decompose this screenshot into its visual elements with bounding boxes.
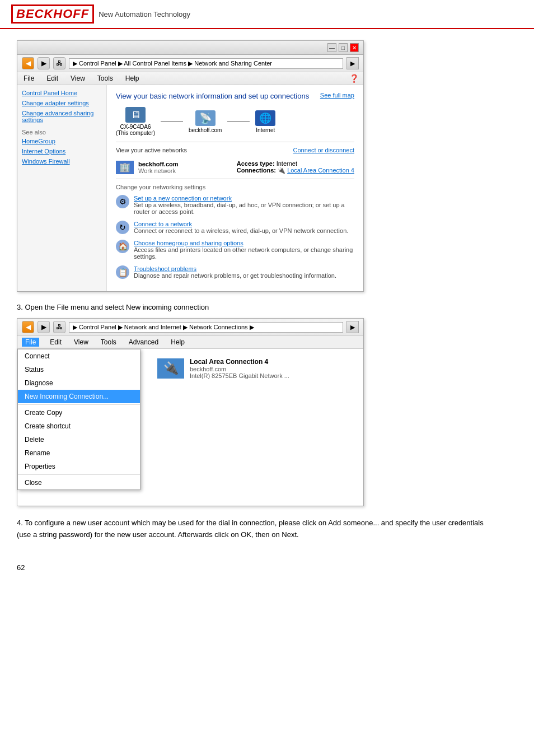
refresh-btn[interactable]: ▶ <box>346 57 359 69</box>
dropdown-new-incoming[interactable]: New Incoming Connection... <box>18 390 140 403</box>
network-connections-window: ◀ ▶ 🖧 ▶ Control Panel ▶ Network and Inte… <box>17 318 364 506</box>
net-line-2 <box>227 121 250 122</box>
divider1 <box>116 142 354 142</box>
maximize-btn[interactable]: □ <box>339 43 348 52</box>
menu-view[interactable]: View <box>69 74 87 83</box>
net-line-1 <box>161 121 183 122</box>
back-btn2[interactable]: ◀ <box>22 321 34 333</box>
dropdown-status[interactable]: Status <box>18 363 140 376</box>
access-type: Access type: Internet <box>237 160 354 167</box>
addressbar: ◀ ▶ 🖧 ▶ Control Panel ▶ All Control Pane… <box>17 55 363 72</box>
setting-icon-3: 📋 <box>116 265 129 279</box>
address-path2[interactable]: ▶ Control Panel ▶ Network and Internet ▶… <box>69 322 343 333</box>
sidebar-homegroup[interactable]: HomeGroup <box>22 138 102 144</box>
back-btn[interactable]: ◀ <box>22 57 34 69</box>
network-type: Work network <box>138 167 179 174</box>
logo-beckhoff: BECKHOFF <box>11 4 94 24</box>
network-icon: 🖧 <box>53 57 65 69</box>
network-icon2: 🖧 <box>53 321 65 333</box>
see-also-label: See also <box>22 129 102 136</box>
network-top-row: View your basic network information and … <box>116 92 354 107</box>
internet-icon: 🌐 <box>255 110 275 126</box>
active-net-icon: 🏢 <box>116 161 134 174</box>
forward-btn[interactable]: ▶ <box>38 57 50 69</box>
sidebar-internet-options[interactable]: Internet Options <box>22 148 102 155</box>
setting-row-3: 📋 Troubleshoot problems Diagnose and rep… <box>116 265 354 279</box>
dropdown-close[interactable]: Close <box>18 476 140 489</box>
setting-row-0: ⚙ Set up a new connection or network Set… <box>116 195 354 215</box>
sidebar-change-advanced-sharing[interactable]: Change advanced sharing settings <box>22 110 102 123</box>
setting-desc-1: Connect or reconnect to a wireless, wire… <box>134 227 348 234</box>
conn-sub2: Intel(R) 82575EB Gigabit Network ... <box>190 372 289 379</box>
sidebar-control-panel-home[interactable]: Control Panel Home <box>22 90 102 96</box>
setting-title-3[interactable]: Troubleshoot problems <box>134 265 336 272</box>
dropdown-create-copy[interactable]: Create Copy <box>18 406 140 419</box>
beckhoff-logo: BECKHOFF New Automation Technology <box>11 4 190 24</box>
close-btn[interactable]: ✕ <box>350 43 359 52</box>
window1-sidebar: Control Panel Home Change adapter settin… <box>17 85 107 291</box>
connection-link[interactable]: Local Area Connection 4 <box>287 167 354 174</box>
computer-icon-group: 🖥 CX-9C4DA6 (This computer) <box>116 107 155 136</box>
setting-title-2[interactable]: Choose homegroup and sharing options <box>134 240 354 246</box>
setting-desc-2: Access files and printers located on oth… <box>134 246 354 260</box>
network-sharing-window: — □ ✕ ◀ ▶ 🖧 ▶ Control Panel ▶ All Contro… <box>17 40 364 292</box>
setting-icon-0: ⚙ <box>116 195 129 208</box>
setting-text-3: Troubleshoot problems Diagnose and repai… <box>134 265 336 279</box>
dropdown-connect[interactable]: Connect <box>18 349 140 363</box>
router-icon-group: 📡 beckhoff.com <box>189 110 222 133</box>
minimize-btn[interactable]: — <box>327 43 336 52</box>
internet-label: Internet <box>255 127 275 133</box>
dropdown-properties[interactable]: Properties <box>18 460 140 473</box>
menu-tools2[interactable]: Tools <box>99 338 118 347</box>
dropdown-rename[interactable]: Rename <box>18 446 140 460</box>
divider2 <box>116 179 354 179</box>
router-icon: 📡 <box>195 110 216 126</box>
connection-icon: 🔌 <box>157 358 184 379</box>
dropdown-sep1 <box>18 404 140 405</box>
titlebar: — □ ✕ <box>17 41 363 55</box>
change-settings-label: Change your networking settings <box>116 184 354 190</box>
menu-tools[interactable]: Tools <box>96 74 115 83</box>
menu-file[interactable]: File <box>22 74 36 83</box>
active-net-info: beckhoff.com Work network <box>138 161 179 174</box>
menu-help[interactable]: Help <box>124 74 141 83</box>
menu-edit2[interactable]: Edit <box>48 338 63 347</box>
page-number: 62 <box>17 558 517 577</box>
page-header: BECKHOFF New Automation Technology <box>0 0 534 29</box>
dropdown-sep2 <box>18 474 140 475</box>
dropdown-diagnose[interactable]: Diagnose <box>18 376 140 390</box>
dropdown-create-shortcut[interactable]: Create shortcut <box>18 419 140 433</box>
help-icon[interactable]: ❓ <box>349 74 359 83</box>
access-info: Access type: Internet Connections: 🔌 Loc… <box>237 160 354 174</box>
menu-advanced2[interactable]: Advanced <box>127 338 160 347</box>
setting-desc-0: Set up a wireless, broadband, dial-up, a… <box>134 202 354 215</box>
see-full-map-link[interactable]: See full map <box>320 92 354 99</box>
connect-disconnect-link[interactable]: Connect or disconnect <box>293 147 354 153</box>
sidebar-change-adapter[interactable]: Change adapter settings <box>22 100 102 106</box>
computer-sub: (This computer) <box>116 130 155 136</box>
setting-row-1: ↻ Connect to a network Connect or reconn… <box>116 221 354 234</box>
internet-icon-group: 🌐 Internet <box>255 110 275 133</box>
setting-title-1[interactable]: Connect to a network <box>134 221 348 227</box>
menu-view2[interactable]: View <box>72 338 90 347</box>
setting-desc-3: Diagnose and repair network problems, or… <box>134 272 336 279</box>
address-path[interactable]: ▶ Control Panel ▶ All Control Panel Item… <box>69 58 343 69</box>
setting-title-0[interactable]: Set up a new connection or network <box>134 195 354 202</box>
active-networks-header: View your active networks Connect or dis… <box>116 147 354 157</box>
step3-instruction: 3. Open the File menu and select New inc… <box>17 303 517 311</box>
menu-edit[interactable]: Edit <box>45 74 60 83</box>
main-heading: View your basic network information and … <box>116 92 309 100</box>
computer-icon: 🖥 <box>125 107 146 123</box>
refresh-btn2[interactable]: ▶ <box>346 321 359 333</box>
dropdown-delete[interactable]: Delete <box>18 433 140 446</box>
window1-menubar: File Edit View Tools Help ❓ <box>17 72 363 85</box>
forward-btn2[interactable]: ▶ <box>38 321 50 333</box>
sidebar-windows-firewall[interactable]: Windows Firewall <box>22 158 102 165</box>
menu-file-selected[interactable]: File <box>22 338 39 347</box>
setting-icon-2: 🏠 <box>116 240 129 253</box>
menu-help2[interactable]: Help <box>169 338 186 347</box>
connection-item: 🔌 Local Area Connection 4 beckhoff.com I… <box>157 358 354 379</box>
conn-name: Local Area Connection 4 <box>190 358 289 366</box>
setting-text-2: Choose homegroup and sharing options Acc… <box>134 240 354 260</box>
window1-body: Control Panel Home Change adapter settin… <box>17 85 363 291</box>
